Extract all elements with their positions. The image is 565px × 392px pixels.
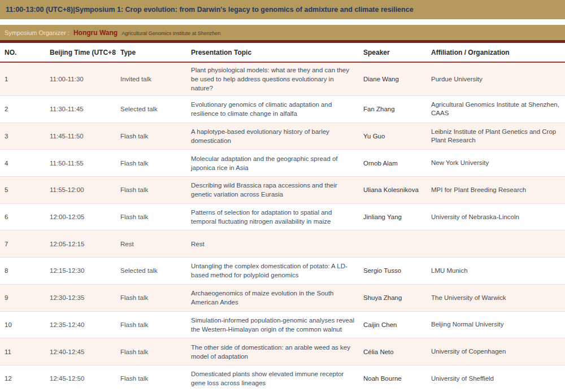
cell-no: 10 bbox=[0, 311, 45, 338]
cell-time: 12:30-12:35 bbox=[45, 284, 116, 311]
cell-speaker: Shuya Zhang bbox=[359, 284, 427, 311]
table-header-row: NO. Beijing Time (UTC+8) Type Presentati… bbox=[0, 43, 565, 62]
cell-no: 6 bbox=[0, 203, 45, 230]
table-row: 12 12:45-12:50 Flash talk Domesticated p… bbox=[0, 365, 565, 392]
cell-topic: Patterns of selection for adaptation to … bbox=[186, 203, 359, 230]
cell-type: Flash talk bbox=[116, 365, 186, 392]
cell-no: 2 bbox=[0, 96, 45, 123]
cell-no: 3 bbox=[0, 123, 45, 150]
cell-type: Flash talk bbox=[116, 284, 186, 311]
cell-no: 4 bbox=[0, 150, 45, 177]
cell-time: 11:50-11:55 bbox=[45, 150, 116, 177]
cell-affiliation: Purdue University bbox=[427, 62, 565, 96]
cell-affiliation: Beijing Normal University bbox=[427, 311, 565, 338]
cell-affiliation: Agricultural Genomics Institute at Shenz… bbox=[427, 96, 565, 123]
col-header-speaker: Speaker bbox=[359, 43, 427, 62]
cell-type: Selected talk bbox=[116, 258, 186, 285]
table-row: 7 12:05-12:15 Rest Rest bbox=[0, 230, 565, 258]
schedule-table: NO. Beijing Time (UTC+8) Type Presentati… bbox=[0, 43, 565, 392]
table-row: 3 11:45-11:50 Flash talk A haplotype-bas… bbox=[0, 123, 565, 150]
cell-affiliation: LMU Munich bbox=[427, 258, 565, 285]
cell-speaker: Caijin Chen bbox=[359, 311, 427, 338]
cell-speaker: Yu Guo bbox=[359, 123, 427, 150]
cell-topic: Domesticated plants show elevated immune… bbox=[186, 365, 359, 392]
col-header-type: Type bbox=[116, 43, 186, 62]
cell-affiliation: The University of Warwick bbox=[427, 284, 565, 311]
organizer-affiliation: Agricultural Genomics Institute at Shenz… bbox=[121, 29, 220, 36]
cell-affiliation bbox=[427, 230, 565, 258]
symposium-header-bar: 11:00-13:00 (UTC+8) | Symposium 1: Crop … bbox=[0, 0, 565, 19]
cell-topic: Untangling the complex domestication of … bbox=[186, 258, 359, 285]
cell-speaker: Diane Wang bbox=[359, 62, 427, 96]
cell-topic: The other side of domestication: an arab… bbox=[186, 338, 359, 365]
cell-speaker: Fan Zhang bbox=[359, 96, 427, 123]
cell-affiliation: MPI for Plant Breeding Research bbox=[427, 177, 565, 204]
cell-time: 12:35-12:40 bbox=[45, 311, 116, 338]
cell-type: Selected talk bbox=[116, 96, 186, 123]
cell-time: 12:45-12:50 bbox=[45, 365, 116, 392]
cell-affiliation: University of Sheffield bbox=[427, 365, 565, 392]
cell-time: 11:55-12:00 bbox=[45, 177, 116, 204]
schedule-table-body: 1 11:00-11:30 Invited talk Plant physiol… bbox=[0, 62, 565, 392]
cell-speaker bbox=[359, 230, 427, 258]
cell-no: 7 bbox=[0, 230, 45, 258]
cell-time: 12:40-12:45 bbox=[45, 338, 116, 365]
cell-type: Flash talk bbox=[116, 177, 186, 204]
table-row: 1 11:00-11:30 Invited talk Plant physiol… bbox=[0, 62, 565, 96]
cell-type: Rest bbox=[116, 230, 186, 258]
cell-topic: Describing wild Brassica rapa accessions… bbox=[186, 177, 359, 204]
cell-no: 1 bbox=[0, 62, 45, 96]
cell-time: 11:45-11:50 bbox=[45, 123, 116, 150]
table-row: 6 12:00-12:05 Flash talk Patterns of sel… bbox=[0, 203, 565, 230]
cell-speaker: Célia Neto bbox=[359, 338, 427, 365]
cell-no: 5 bbox=[0, 177, 45, 204]
cell-type: Flash talk bbox=[116, 150, 186, 177]
cell-speaker: Ornob Alam bbox=[359, 150, 427, 177]
cell-topic: Plant physiological models: what are the… bbox=[186, 62, 359, 96]
cell-type: Flash talk bbox=[116, 123, 186, 150]
cell-time: 12:15-12:30 bbox=[45, 258, 116, 285]
table-row: 9 12:30-12:35 Flash talk Archaeogenomics… bbox=[0, 284, 565, 311]
cell-topic: Archaeogenomics of maize evolution in th… bbox=[186, 284, 359, 311]
table-row: 5 11:55-12:00 Flash talk Describing wild… bbox=[0, 177, 565, 204]
cell-time: 12:05-12:15 bbox=[45, 230, 116, 258]
table-row: 10 12:35-12:40 Flash talk Simulation-inf… bbox=[0, 311, 565, 338]
table-row: 4 11:50-11:55 Flash talk Molecular adapt… bbox=[0, 150, 565, 177]
cell-speaker: Uliana Kolesnikova bbox=[359, 177, 427, 204]
cell-speaker: Sergio Tusso bbox=[359, 258, 427, 285]
cell-speaker: Noah Bourne bbox=[359, 365, 427, 392]
cell-topic: A haplotype-based evolutionary history o… bbox=[186, 123, 359, 150]
cell-type: Invited talk bbox=[116, 62, 186, 96]
symposium-title: Symposium 1: Crop evolution: from Darwin… bbox=[75, 6, 414, 14]
cell-no: 9 bbox=[0, 284, 45, 311]
organizer-label: Symposium Organizer : bbox=[5, 29, 69, 36]
cell-speaker: Jinliang Yang bbox=[359, 203, 427, 230]
cell-topic: Evolutionary genomics of climatic adapta… bbox=[186, 96, 359, 123]
cell-topic: Rest bbox=[186, 230, 359, 258]
cell-type: Flash talk bbox=[116, 338, 186, 365]
cell-affiliation: New York University bbox=[427, 150, 565, 177]
cell-topic: Molecular adaptation and the geographic … bbox=[186, 150, 359, 177]
cell-type: Flash talk bbox=[116, 203, 186, 230]
cell-type: Flash talk bbox=[116, 311, 186, 338]
organizer-bar: Symposium Organizer : Hongru Wang Agricu… bbox=[0, 25, 565, 40]
cell-affiliation: Leibniz Institute of Plant Genetics and … bbox=[427, 123, 565, 150]
organizer-name: Hongru Wang bbox=[73, 29, 118, 37]
cell-affiliation: University of Nebraska-Lincoln bbox=[427, 203, 565, 230]
cell-time: 12:00-12:05 bbox=[45, 203, 116, 230]
table-row: 2 11:30-11:45 Selected talk Evolutionary… bbox=[0, 96, 565, 123]
cell-time: 11:30-11:45 bbox=[45, 96, 116, 123]
col-header-no: NO. bbox=[0, 43, 45, 62]
table-row: 11 12:40-12:45 Flash talk The other side… bbox=[0, 338, 565, 365]
symposium-time: 11:00-13:00 (UTC+8) bbox=[6, 6, 73, 14]
table-row: 8 12:15-12:30 Selected talk Untangling t… bbox=[0, 258, 565, 285]
col-header-topic: Presentation Topic bbox=[186, 43, 359, 62]
col-header-affiliation: Affiliation / Organization bbox=[427, 43, 565, 62]
cell-topic: Simulation-informed population-genomic a… bbox=[186, 311, 359, 338]
cell-time: 11:00-11:30 bbox=[45, 62, 116, 96]
cell-no: 8 bbox=[0, 258, 45, 285]
spacer bbox=[0, 19, 565, 25]
cell-no: 11 bbox=[0, 338, 45, 365]
cell-no: 12 bbox=[0, 365, 45, 392]
cell-affiliation: University of Copenhagen bbox=[427, 338, 565, 365]
